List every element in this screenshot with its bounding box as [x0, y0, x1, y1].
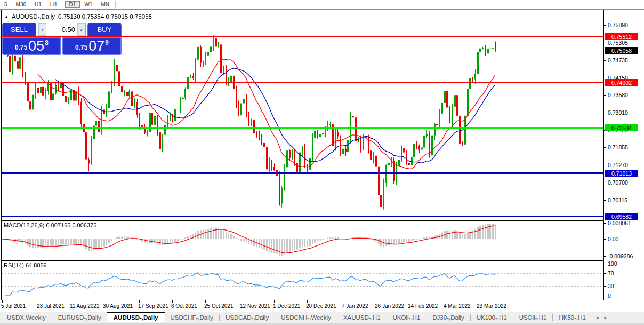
price-badge-074002: 0.74002 [605, 79, 638, 86]
timeframe-button-m30[interactable]: M30 [12, 1, 30, 8]
volume-spinner: ▼ 0.50 ▲ [38, 23, 86, 36]
tab-separator [219, 314, 220, 321]
up-arrow-icon: ▲ [80, 28, 83, 31]
volume-increase-button[interactable]: ▲ [77, 23, 85, 36]
rsi-axis-label: 0 [608, 292, 611, 299]
collapse-panel-icon[interactable]: ▲ [4, 14, 9, 20]
timeframe-button-mn[interactable]: MN [96, 1, 114, 8]
rsi-axis-label: 30 [608, 283, 614, 289]
tab-dj30-daily[interactable]: DJ30-,Daily [427, 313, 469, 322]
date-axis-tick [205, 300, 206, 303]
price-axis-tick [604, 60, 606, 61]
chart-symbol-label: AUDUSD-,Daily [12, 13, 55, 20]
tab-usdx-weekly[interactable]: USDX,Weekly [2, 313, 51, 322]
date-axis-tick [104, 300, 104, 303]
buy-price[interactable]: 0.75079 [62, 37, 122, 55]
chart-title: ▲ AUDUSD-,Daily 0.75130 0.75354 0.75015 … [4, 13, 152, 20]
date-axis-tick [445, 300, 445, 303]
macd-axis-label: -0.009286 [608, 253, 633, 259]
date-axis-label: 12 Nov 2021 [240, 303, 270, 309]
date-axis-label: 11 Aug 2021 [70, 303, 99, 309]
price-axis-label: 0.75305 [608, 39, 628, 46]
price-axis-tick [604, 200, 606, 201]
price-axis-label: 0.73010 [608, 109, 628, 116]
price-axis-label: 0.71270 [608, 162, 628, 168]
price-axis-tick [604, 95, 606, 96]
tab-separator [426, 314, 426, 321]
date-axis-label: 5 Jul 2021 [1, 303, 26, 309]
rsi-axis-tick [604, 264, 606, 264]
tab-separator [513, 314, 513, 321]
macd-axis-label: 0.00 [608, 236, 618, 242]
toolbar-separator [63, 1, 63, 8]
tab-xauusd-h1[interactable]: XAUUSD-,H1 [338, 313, 386, 322]
rsi-label: RSI(14) 64.8859 [4, 262, 47, 268]
price-badge-069582: 0.69582 [605, 213, 638, 220]
price-badge-075058: 0.75058 [605, 47, 638, 54]
tab-ukoil-h1[interactable]: UKOil-,H1 [388, 313, 426, 322]
date-axis-tick [274, 300, 275, 303]
date-axis-tick [2, 300, 3, 303]
tab-scroll-left-icon[interactable]: ◄ [593, 315, 601, 320]
date-axis-tick [172, 300, 173, 303]
volume-value[interactable]: 0.50 [46, 23, 77, 36]
rsi-axis-label: 70 [608, 270, 614, 276]
tab-hk50-h1[interactable]: HK50-,H1 [553, 313, 591, 322]
date-axis-tick [139, 300, 140, 303]
tab-separator [337, 314, 337, 321]
price-axis-label: 0.70115 [608, 197, 627, 203]
sell-button[interactable]: SELL [2, 23, 36, 36]
timeframe-button-w1[interactable]: W1 [80, 1, 96, 8]
rsi-indicator-canvas[interactable] [1, 260, 604, 300]
buy-button[interactable]: BUY [87, 23, 122, 36]
sell-price-prefix: 0.75 [15, 44, 27, 51]
buy-price-pips: 07 [88, 39, 104, 53]
price-badge-072504: 0.72504 [605, 124, 638, 131]
tab-usdcnh-weekly[interactable]: USDCNH-,Weekly [276, 313, 336, 322]
macd-values: 0.007165 0.006375 [46, 222, 96, 228]
chart-tab-bar: USDX,WeeklyEURUSD-,DailyAUDUSD-,DailyUSD… [0, 312, 644, 323]
date-axis-tick [241, 300, 241, 303]
date-axis-tick [376, 300, 376, 303]
rsi-axis-tick [604, 286, 606, 287]
price-axis-label: 0.74735 [608, 57, 628, 64]
tab-scroll-right-icon[interactable]: ► [601, 315, 610, 320]
price-axis-tick [604, 147, 606, 148]
date-axis-label: 20 Dec 2021 [306, 303, 336, 309]
price-axis-label: 0.70700 [608, 179, 628, 186]
date-axis-label: 4 Mar 2022 [444, 303, 471, 309]
price-badge-071013: 0.71013 [605, 170, 638, 177]
tab-usdcad-daily[interactable]: USDCAD-,Daily [220, 313, 274, 322]
timeframe-button-d1[interactable]: D1 [65, 1, 80, 8]
macd-axis-tick [604, 256, 606, 257]
macd-axis-tick [604, 223, 606, 224]
tab-separator [552, 314, 553, 321]
volume-decrease-button[interactable]: ▼ [38, 23, 46, 36]
rsi-axis-label: 100 [608, 260, 617, 267]
price-axis-tick [604, 183, 606, 183]
tab-usdchf-daily[interactable]: USDCHF-,Daily [165, 313, 219, 322]
date-axis-label: 23 Jul 2021 [37, 303, 65, 309]
sell-price-pips: 05 [28, 39, 44, 53]
date-axis-tick [307, 300, 308, 303]
rsi-axis-tick [604, 296, 606, 296]
timeframe-button-5[interactable]: 5 [0, 1, 12, 8]
sell-price[interactable]: 0.75058 [2, 37, 61, 55]
tab-audusd-daily[interactable]: AUDUSD-,Daily [107, 312, 165, 322]
tab-separator [387, 314, 387, 321]
date-axis-tick [38, 300, 38, 303]
macd-axis-tick [604, 239, 606, 240]
tab-separator [592, 314, 592, 321]
tab-eurusd-daily[interactable]: EURUSD-,Daily [53, 313, 107, 322]
date-axis-tick [409, 300, 409, 303]
tab-usoil-h1[interactable]: USOil-,H1 [514, 313, 552, 322]
trading-terminal-window: 5M30H1H4D1W1MN ▲ AUDUSD-,Daily 0.75130 0… [0, 0, 644, 325]
date-axis-label: 30 Aug 2021 [103, 303, 133, 309]
price-axis-tick [604, 165, 606, 165]
timeframe-button-h4[interactable]: H4 [46, 1, 61, 8]
tab-uk100-h1[interactable]: UK100-,H1 [471, 313, 512, 322]
macd-label: MACD(12,26,9) 0.007165 0.006375 [4, 222, 96, 228]
timeframe-button-h1[interactable]: H1 [30, 1, 46, 8]
price-axis-tick [604, 25, 606, 26]
price-axis-tick [604, 43, 606, 43]
